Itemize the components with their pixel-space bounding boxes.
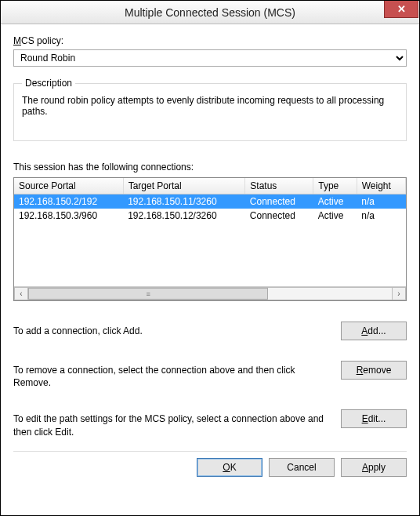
- apply-label: pply: [368, 462, 386, 473]
- connections-table-scroll[interactable]: Source Portal Target Portal Status Type …: [14, 178, 406, 286]
- edit-instruction: To edit the path settings for the MCS po…: [13, 409, 325, 438]
- window-title: Multiple Connected Session (MCS): [1, 6, 419, 19]
- edit-button[interactable]: Edit...: [341, 409, 407, 428]
- cancel-label: Cancel: [287, 462, 316, 473]
- dialog-content: MCS policy: Round Robin Description The …: [1, 24, 419, 515]
- description-text: The round robin policy attempts to evenl…: [22, 95, 398, 117]
- apply-accel: A: [362, 462, 368, 473]
- add-instruction: To add a connection, click Add.: [13, 322, 325, 337]
- add-accel: A: [361, 325, 368, 336]
- col-target[interactable]: Target Portal: [123, 178, 245, 194]
- horizontal-scrollbar: ‹ ≡ ›: [14, 286, 406, 300]
- col-weight[interactable]: Weight: [357, 178, 405, 194]
- remove-button[interactable]: Remove: [341, 361, 407, 380]
- connections-table: Source Portal Target Portal Status Type …: [13, 177, 407, 301]
- cell-status: Connected: [245, 194, 313, 209]
- close-icon: ✕: [397, 3, 406, 15]
- remove-accel: R: [357, 365, 364, 376]
- policy-label: MCS policy:: [13, 35, 407, 46]
- scroll-right-button[interactable]: ›: [392, 287, 406, 300]
- remove-row: To remove a connection, select the conne…: [13, 361, 407, 389]
- col-status[interactable]: Status: [245, 178, 313, 194]
- ok-button[interactable]: OK: [197, 458, 262, 477]
- table-header-row: Source Portal Target Portal Status Type …: [14, 178, 406, 194]
- cell-source: 192.168.150.3/960: [14, 209, 123, 223]
- cell-type: Active: [313, 209, 357, 223]
- apply-button[interactable]: Apply: [341, 458, 407, 477]
- cell-target: 192.168.150.11/3260: [123, 194, 245, 209]
- policy-label-text: CS policy:: [21, 35, 63, 46]
- cell-status: Connected: [245, 209, 313, 223]
- edit-accel: E: [362, 413, 368, 424]
- titlebar: Multiple Connected Session (MCS) ✕: [1, 1, 419, 24]
- add-button[interactable]: Add...: [341, 322, 407, 340]
- cell-weight: n/a: [357, 209, 405, 223]
- cell-target: 192.168.150.12/3260: [123, 209, 245, 223]
- footer-separator: [13, 451, 407, 452]
- table-row[interactable]: 192.168.150.3/960192.168.150.12/3260Conn…: [14, 209, 406, 223]
- close-button[interactable]: ✕: [384, 1, 418, 18]
- col-type[interactable]: Type: [313, 178, 357, 194]
- edit-row: To edit the path settings for the MCS po…: [13, 409, 407, 438]
- dialog-footer: OK Cancel Apply: [13, 458, 407, 480]
- dialog-window: Multiple Connected Session (MCS) ✕ MCS p…: [0, 0, 420, 516]
- cancel-button[interactable]: Cancel: [269, 458, 335, 477]
- scroll-thumb[interactable]: ≡: [28, 288, 268, 300]
- cell-weight: n/a: [357, 194, 405, 209]
- scroll-track[interactable]: ≡: [28, 287, 392, 300]
- edit-label: dit...: [368, 413, 386, 424]
- connections-grid: Source Portal Target Portal Status Type …: [14, 178, 406, 223]
- ok-label: K: [230, 462, 237, 473]
- add-row: To add a connection, click Add. Add...: [13, 322, 407, 340]
- cell-source: 192.168.150.2/192: [14, 194, 123, 209]
- connections-label: This session has the following connectio…: [13, 162, 407, 173]
- add-label: dd...: [368, 325, 386, 336]
- mcs-policy-select[interactable]: Round Robin: [13, 49, 407, 67]
- col-source[interactable]: Source Portal: [14, 178, 123, 194]
- remove-label: emove: [363, 365, 391, 376]
- description-group: Description The round robin policy attem…: [13, 78, 407, 141]
- cell-type: Active: [313, 194, 357, 209]
- description-legend: Description: [22, 78, 75, 89]
- policy-label-accel: M: [13, 35, 21, 46]
- scroll-left-button[interactable]: ‹: [14, 287, 28, 300]
- table-row[interactable]: 192.168.150.2/192192.168.150.11/3260Conn…: [14, 194, 406, 209]
- ok-accel: O: [223, 462, 230, 473]
- remove-instruction: To remove a connection, select the conne…: [13, 361, 325, 389]
